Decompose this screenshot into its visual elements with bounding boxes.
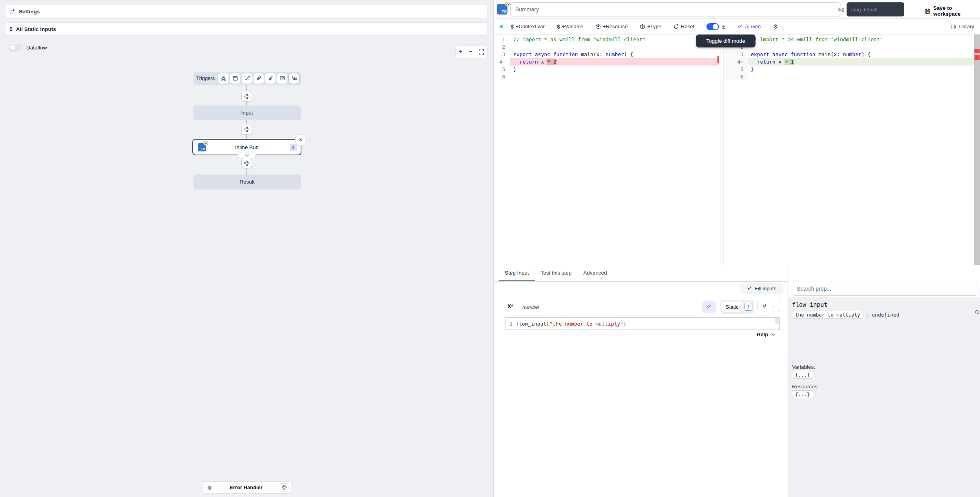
code-line[interactable]: 2 (725, 43, 974, 51)
prop-flow-input-detail[interactable]: the number to multiply : undefined (792, 311, 980, 319)
code-line[interactable]: 2 (494, 43, 719, 51)
kafka-trigger-icon[interactable] (265, 73, 276, 84)
resources-label: Resources: (792, 384, 819, 390)
library-button[interactable]: Library (951, 24, 974, 29)
variables-chip[interactable]: {...} (792, 371, 813, 379)
input-node[interactable]: Input (193, 106, 301, 120)
diff-original-pane[interactable]: 1// import * as wmill from "windmill-cli… (494, 36, 719, 80)
prop-flow-input[interactable]: flow_input (792, 301, 980, 308)
code-text: export async function main(x: number) { (748, 51, 974, 58)
poll-trigger-icon[interactable] (289, 73, 299, 84)
email-trigger-icon[interactable] (277, 73, 287, 84)
http-route-trigger-icon[interactable] (242, 73, 252, 84)
websocket-trigger-icon[interactable] (254, 73, 264, 84)
code-line[interactable]: 6 (725, 73, 974, 80)
add-step-button[interactable] (241, 91, 252, 102)
bug-icon (206, 484, 212, 490)
triggers-node[interactable]: Triggers (193, 72, 301, 85)
field-name-label: X* (507, 303, 513, 309)
ai-fill-button[interactable] (702, 300, 716, 313)
settings-button[interactable]: Settings (5, 5, 488, 18)
node-expand-handle[interactable] (238, 153, 256, 158)
code-line[interactable]: 6 (494, 73, 719, 80)
code-token: x (538, 59, 547, 65)
tag-input[interactable] (847, 2, 904, 16)
line-number: 5 (725, 66, 748, 73)
step-node-label: Inline Bun (235, 144, 259, 150)
prop-desc-chip[interactable]: the number to multiply (792, 311, 863, 319)
magic-wand-icon (706, 304, 712, 309)
settings-gear-icon[interactable]: ⚙ (773, 23, 778, 30)
diff-mode-toggle[interactable] (706, 23, 719, 30)
code-line[interactable]: 3export async function main(x: number) { (494, 51, 719, 58)
code-line[interactable]: 1// import * as wmill from "windmill-cli… (494, 36, 719, 43)
zoom-out-button[interactable]: − (469, 49, 472, 55)
error-handler-node[interactable]: Error Handler (202, 481, 291, 493)
expand-button[interactable] (479, 49, 484, 55)
result-node[interactable]: Result (193, 175, 301, 189)
ai-gen-button[interactable]: AI Gen (737, 24, 761, 29)
step-id-badge: a (290, 144, 297, 151)
code-line[interactable]: 3export async function main(x: number) { (725, 51, 974, 58)
dataflow-toggle[interactable] (9, 44, 21, 51)
search-prop-input[interactable] (792, 282, 978, 296)
code-line[interactable]: 5} (494, 66, 719, 73)
save-to-workspace-button[interactable]: Save to workspace (925, 5, 980, 17)
zoom-in-button[interactable]: + (459, 49, 462, 55)
inline-bun-step-node[interactable]: TS Inline Bun a × (192, 139, 301, 155)
prop-picker-panel: flow_input the number to multiply : unde… (788, 265, 980, 497)
add-step-button[interactable] (241, 124, 252, 135)
add-step-button[interactable] (241, 158, 252, 168)
tab-test-this-step[interactable]: Test this step (535, 265, 578, 281)
add-context-var-button[interactable]: $+Context var (511, 24, 545, 30)
resources-chip[interactable]: {...} (792, 390, 813, 398)
all-static-inputs-button[interactable]: $ All Static Inputs (5, 22, 488, 36)
add-variable-button[interactable]: $+Variable (557, 24, 583, 30)
save-icon (925, 8, 931, 14)
code-line[interactable]: 4− return x * 2 (494, 58, 719, 66)
javascript-expr-button[interactable]: ƒ (745, 303, 752, 311)
line-number: 2 (494, 43, 510, 51)
editor-header: TS tag Save to workspace (494, 0, 980, 19)
add-error-handler-button[interactable] (280, 483, 288, 492)
diff-modified-pane[interactable]: 1// import * as wmill from "windmill-cli… (725, 36, 974, 80)
code-line[interactable]: 1// import * as wmill from "windmill-cli… (725, 36, 974, 43)
typescript-bun-icon: TS (198, 143, 206, 151)
webhook-trigger-icon[interactable] (218, 73, 228, 84)
code-line[interactable]: 4+ return x + 1 (725, 58, 974, 66)
code-line[interactable]: 5} (725, 66, 974, 73)
plus-icon (244, 94, 250, 99)
code-token: return (520, 59, 538, 65)
fill-inputs-button[interactable]: Fill inputs (740, 283, 783, 294)
line-number: 1 (494, 36, 510, 43)
diff-code-editor[interactable]: 1// import * as wmill from "windmill-cli… (494, 35, 980, 265)
tab-advanced[interactable]: Advanced (577, 265, 613, 281)
code-text (510, 73, 719, 80)
scrollbar-error-mark (975, 49, 980, 53)
code-token: return (757, 59, 776, 65)
tag-label: tag (838, 6, 844, 12)
static-mode-button[interactable]: Static (721, 302, 743, 312)
add-type-button[interactable]: +Type (640, 24, 661, 29)
schedule-trigger-icon[interactable] (230, 73, 240, 84)
reset-button[interactable]: Reset (673, 24, 694, 29)
scrollbar-error-mark (975, 55, 980, 60)
error-handler-label: Error Handler (212, 484, 280, 490)
magnifier-icon[interactable] (975, 309, 980, 315)
line-number: 4+ (725, 58, 748, 66)
bun-logo-icon (203, 141, 208, 146)
status-dot (500, 25, 503, 28)
add-resource-button[interactable]: +Resource (595, 24, 628, 29)
code-text: export async function main(x: number) { (510, 51, 719, 58)
delete-step-button[interactable]: × (295, 134, 307, 146)
help-button[interactable]: Help (757, 331, 776, 337)
editor-scrollbar[interactable] (974, 35, 980, 265)
plus-minus-icon: ± (722, 24, 725, 30)
input-expression-editor[interactable]: 1 flow_input["the number to multiply"] (505, 317, 780, 330)
all-static-inputs-label: All Static Inputs (16, 26, 56, 32)
summary-input[interactable] (510, 2, 841, 16)
tab-step-input[interactable]: Step Input (499, 265, 535, 281)
line-number: 3 (494, 51, 510, 58)
connect-input-button[interactable]: → (757, 300, 780, 312)
chevron-down-icon (771, 333, 776, 336)
